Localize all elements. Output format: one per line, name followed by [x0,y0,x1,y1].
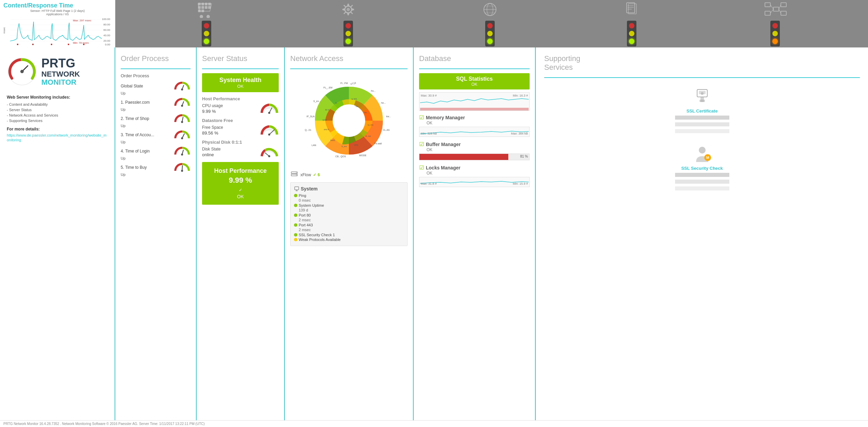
server-status-panel: Server Status System Health OK Host Perf… [197,47,285,420]
sql-stats-title: SQL Statistics [422,76,527,82]
svg-text:CB...QOS: CB...QOS [335,155,346,158]
sql-chart: Max: 30.9 # Min: 16.3 # [419,92,530,111]
svg-rect-16 [51,44,52,45]
order-status-2: Up [121,124,191,128]
svg-point-102 [296,172,297,173]
database-panel: Database SQL Statistics OK Max: 30.9 # M… [414,47,536,420]
svg-rect-46 [781,3,786,7]
monitor-label: MONITOR [41,78,80,86]
svg-text:QOS: QOS [322,119,327,121]
system-title: System [294,186,404,191]
system-icon [294,186,299,191]
traffic-item-cart [196,1,217,46]
database-title: Database [419,54,530,63]
gauge-0 [174,81,191,91]
gauge-5 [174,162,191,172]
svg-rect-39 [628,4,636,14]
order-status-1: Up [121,107,191,111]
system-health-ok: OK [205,84,275,89]
traffic-item-gear [338,1,358,46]
cpu-gauge [260,103,279,115]
details-link[interactable]: https://www.de.paessler.com/network_moni… [7,133,106,142]
svg-rect-24 [201,6,204,9]
details-title: For more details: [7,127,108,131]
disk-section: Physical Disk 0:1:1 Disk State online [202,140,279,158]
svg-text:VT19: VT19 [350,82,356,85]
svg-text:lp.WS: lp.WS [352,98,357,100]
host-perf-label: Host Performance [202,96,279,101]
system-health-title: System Health [205,77,275,84]
svg-rect-15 [32,44,34,45]
gear-icon [338,1,358,18]
svg-text:Fl...FM: Fl...FM [340,82,348,84]
locks-manager-section: ☑ Locks Manager OK Max: 31.8 # Min: 15.9… [419,164,530,187]
svg-text:40.00: 40.00 [103,34,111,37]
sys-item-uptime-val: 139 d [294,208,404,212]
order-name-3: 3. Time of Accou... [121,133,154,137]
order-item-5: 5. Time to Buy Up [121,162,191,177]
document-icon [622,1,642,18]
buffer-manager-section: ☑ Buffer Manager OK 81 % [419,141,530,160]
donut-svg: VT19 Fir... he... kw... CL.AS Fir.wall W… [291,73,407,168]
ssl-cert-bars [675,116,729,120]
cpu-label: CPU usage [202,103,223,108]
host-perf-box-title: Host Performance [208,167,273,175]
free-space-value: 89.56 % [202,130,223,136]
svg-text:Ne: Ne [356,105,358,107]
sql-stats-ok: OK [422,82,527,87]
order-status-0: Up [121,91,191,95]
datastore-label: Datastore Free [202,118,279,123]
svg-rect-47 [781,11,786,15]
locks-max-label: Max: 31.8 # [421,182,437,185]
svg-point-72 [268,155,270,157]
svg-line-50 [779,5,781,9]
system-health-box: System Health OK [202,73,279,92]
svg-rect-44 [765,11,770,15]
sys-item-weak: Weak Protocols Available [294,238,404,242]
memory-checkbox-icon: ☑ [419,114,424,121]
disk-label: Disk State [202,147,221,151]
svg-text:VL PN: VL PN [368,124,373,126]
svg-point-30 [206,15,210,18]
svg-rect-25 [205,6,208,9]
buffer-manager-name: Buffer Manager [426,142,461,147]
chart-svg: 100.00 80.00 60.00 40.00 20.00 0.00 msec… [3,17,112,45]
memory-manager-name: Memory Manager [426,115,465,120]
svg-text:CL.AS: CL.AS [383,129,390,131]
ssl-security-bars [675,173,729,177]
svg-text:Q...01: Q...01 [305,129,311,131]
chart-title: Content/Response Time [3,2,112,9]
svg-rect-14 [17,44,18,45]
locks-min-label: Min: 15.9 # [513,182,528,185]
svg-rect-43 [765,3,770,7]
info-item-2: - Server Status [7,108,108,112]
svg-point-56 [181,88,183,90]
order-name-1: 1. Paessler.com [121,100,150,105]
svg-point-68 [268,112,270,114]
svg-point-73 [333,104,365,137]
svg-text:IP_SLA: IP_SLA [307,115,315,118]
order-process-panel: Order Process Order Process Global State… [115,47,197,420]
svg-line-48 [770,5,773,9]
svg-point-60 [181,121,183,123]
system-box: System Ping 0 msec System Uptime 139 d P… [290,182,408,246]
svg-point-103 [296,175,297,176]
prtg-brand: PRTG [41,57,80,70]
prtg-logo: PRTG NETWORK MONITOR [7,56,108,87]
svg-point-54 [20,70,24,73]
svg-text:S_en...: S_en... [313,100,321,103]
sys-item-port443-val: 2 msec [294,228,404,232]
free-space-label: Free Space [202,125,223,130]
svg-text:VPN: VPN [354,144,358,146]
order-item-2: 2. Time of Shop Up [121,114,191,128]
donut-chart: VT19 Fir... he... kw... CL.AS Fir.wall W… [291,73,407,168]
svg-text:VL NX: VL NX [365,135,371,137]
svg-text:R...: R... [335,102,339,104]
svg-text:msec: msec [3,27,6,34]
svg-point-58 [181,105,183,107]
svg-point-32 [347,8,350,11]
sql-max-label: Max: 30.9 # [421,94,437,97]
network-label: NETWORK [41,70,80,78]
svg-text:he...: he... [381,102,386,104]
svg-point-29 [200,15,203,18]
